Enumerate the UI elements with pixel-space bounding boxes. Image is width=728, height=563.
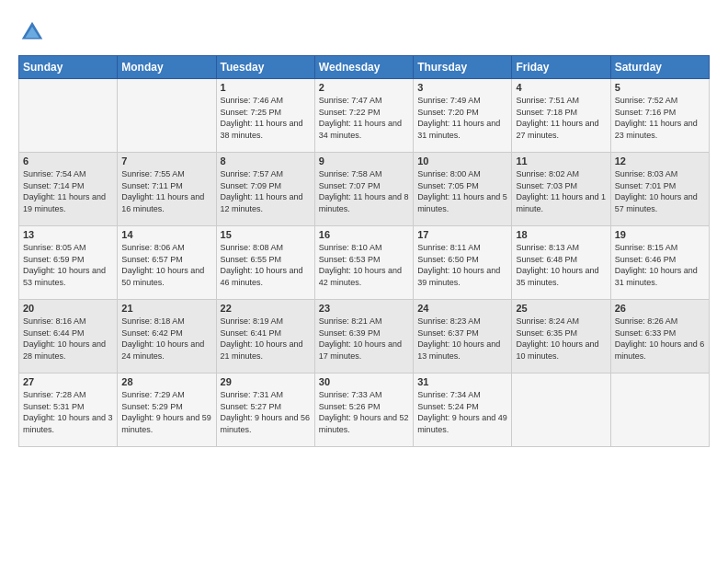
day-cell: 20Sunrise: 8:16 AM Sunset: 6:44 PM Dayli… xyxy=(19,300,118,373)
day-info: Sunrise: 7:31 AM Sunset: 5:27 PM Dayligh… xyxy=(221,389,311,435)
day-cell: 31Sunrise: 7:34 AM Sunset: 5:24 PM Dayli… xyxy=(414,373,512,447)
day-info: Sunrise: 7:55 AM Sunset: 7:11 PM Dayligh… xyxy=(121,168,211,214)
day-info: Sunrise: 8:10 AM Sunset: 6:53 PM Dayligh… xyxy=(319,242,409,288)
weekday-header-friday: Friday xyxy=(512,56,610,79)
day-cell: 15Sunrise: 8:08 AM Sunset: 6:55 PM Dayli… xyxy=(216,226,314,300)
day-info: Sunrise: 8:26 AM Sunset: 6:33 PM Dayligh… xyxy=(615,316,705,362)
day-number: 4 xyxy=(516,82,606,93)
day-info: Sunrise: 7:47 AM Sunset: 7:22 PM Dayligh… xyxy=(319,95,409,141)
day-info: Sunrise: 8:18 AM Sunset: 6:42 PM Dayligh… xyxy=(121,316,211,362)
day-cell: 3Sunrise: 7:49 AM Sunset: 7:20 PM Daylig… xyxy=(414,79,512,153)
day-number: 24 xyxy=(417,303,507,314)
day-cell: 10Sunrise: 8:00 AM Sunset: 7:05 PM Dayli… xyxy=(414,153,512,226)
day-info: Sunrise: 8:08 AM Sunset: 6:55 PM Dayligh… xyxy=(221,242,311,288)
day-info: Sunrise: 7:57 AM Sunset: 7:09 PM Dayligh… xyxy=(221,168,311,214)
day-info: Sunrise: 7:52 AM Sunset: 7:16 PM Dayligh… xyxy=(615,95,705,141)
day-number: 11 xyxy=(516,155,606,167)
day-number: 16 xyxy=(319,229,409,240)
page-header xyxy=(18,18,710,46)
day-info: Sunrise: 8:24 AM Sunset: 6:35 PM Dayligh… xyxy=(516,316,606,362)
day-number: 30 xyxy=(319,376,409,387)
day-cell: 23Sunrise: 8:21 AM Sunset: 6:39 PM Dayli… xyxy=(314,300,413,373)
week-row-5: 27Sunrise: 7:28 AM Sunset: 5:31 PM Dayli… xyxy=(19,373,710,447)
day-cell xyxy=(512,373,610,447)
day-cell: 8Sunrise: 7:57 AM Sunset: 7:09 PM Daylig… xyxy=(216,153,314,226)
day-number: 29 xyxy=(221,376,311,387)
week-row-4: 20Sunrise: 8:16 AM Sunset: 6:44 PM Dayli… xyxy=(19,300,710,373)
day-info: Sunrise: 8:13 AM Sunset: 6:48 PM Dayligh… xyxy=(516,242,606,288)
day-info: Sunrise: 8:15 AM Sunset: 6:46 PM Dayligh… xyxy=(615,242,705,288)
day-cell: 17Sunrise: 8:11 AM Sunset: 6:50 PM Dayli… xyxy=(414,226,512,300)
day-info: Sunrise: 8:21 AM Sunset: 6:39 PM Dayligh… xyxy=(319,316,409,362)
day-cell xyxy=(19,79,118,153)
calendar-table: SundayMondayTuesdayWednesdayThursdayFrid… xyxy=(18,55,710,447)
day-info: Sunrise: 7:46 AM Sunset: 7:25 PM Dayligh… xyxy=(221,95,311,141)
day-number: 8 xyxy=(221,155,311,167)
day-cell: 7Sunrise: 7:55 AM Sunset: 7:11 PM Daylig… xyxy=(118,153,216,226)
day-number: 12 xyxy=(615,155,705,167)
day-info: Sunrise: 7:49 AM Sunset: 7:20 PM Dayligh… xyxy=(417,95,507,141)
weekday-header-thursday: Thursday xyxy=(414,56,512,79)
day-info: Sunrise: 8:00 AM Sunset: 7:05 PM Dayligh… xyxy=(417,168,507,214)
day-number: 23 xyxy=(319,303,409,314)
day-cell xyxy=(118,79,216,153)
day-info: Sunrise: 7:51 AM Sunset: 7:18 PM Dayligh… xyxy=(516,95,606,141)
day-number: 14 xyxy=(121,229,211,240)
day-info: Sunrise: 7:33 AM Sunset: 5:26 PM Dayligh… xyxy=(319,389,409,435)
day-cell: 18Sunrise: 8:13 AM Sunset: 6:48 PM Dayli… xyxy=(512,226,610,300)
day-number: 21 xyxy=(121,303,211,314)
day-cell: 19Sunrise: 8:15 AM Sunset: 6:46 PM Dayli… xyxy=(610,226,709,300)
day-number: 9 xyxy=(319,155,409,167)
day-number: 31 xyxy=(417,376,507,387)
weekday-header-sunday: Sunday xyxy=(19,56,118,79)
day-info: Sunrise: 8:05 AM Sunset: 6:59 PM Dayligh… xyxy=(23,242,113,288)
day-cell: 11Sunrise: 8:02 AM Sunset: 7:03 PM Dayli… xyxy=(512,153,610,226)
day-number: 26 xyxy=(615,303,705,314)
day-info: Sunrise: 7:28 AM Sunset: 5:31 PM Dayligh… xyxy=(23,389,113,435)
day-info: Sunrise: 7:54 AM Sunset: 7:14 PM Dayligh… xyxy=(23,168,113,214)
day-cell: 27Sunrise: 7:28 AM Sunset: 5:31 PM Dayli… xyxy=(19,373,118,447)
day-number: 28 xyxy=(121,376,211,387)
day-cell: 25Sunrise: 8:24 AM Sunset: 6:35 PM Dayli… xyxy=(512,300,610,373)
day-cell: 26Sunrise: 8:26 AM Sunset: 6:33 PM Dayli… xyxy=(610,300,709,373)
day-number: 17 xyxy=(417,229,507,240)
day-number: 10 xyxy=(417,155,507,167)
day-number: 22 xyxy=(221,303,311,314)
day-cell: 29Sunrise: 7:31 AM Sunset: 5:27 PM Dayli… xyxy=(216,373,314,447)
logo xyxy=(18,18,50,46)
day-cell: 6Sunrise: 7:54 AM Sunset: 7:14 PM Daylig… xyxy=(19,153,118,226)
day-info: Sunrise: 8:16 AM Sunset: 6:44 PM Dayligh… xyxy=(23,316,113,362)
day-number: 13 xyxy=(23,229,113,240)
week-row-3: 13Sunrise: 8:05 AM Sunset: 6:59 PM Dayli… xyxy=(19,226,710,300)
weekday-header-saturday: Saturday xyxy=(610,56,709,79)
day-number: 25 xyxy=(516,303,606,314)
day-cell: 1Sunrise: 7:46 AM Sunset: 7:25 PM Daylig… xyxy=(216,79,314,153)
day-cell: 22Sunrise: 8:19 AM Sunset: 6:41 PM Dayli… xyxy=(216,300,314,373)
day-number: 27 xyxy=(23,376,113,387)
day-number: 7 xyxy=(121,155,211,167)
day-number: 18 xyxy=(516,229,606,240)
day-cell: 21Sunrise: 8:18 AM Sunset: 6:42 PM Dayli… xyxy=(118,300,216,373)
day-cell: 14Sunrise: 8:06 AM Sunset: 6:57 PM Dayli… xyxy=(118,226,216,300)
day-info: Sunrise: 8:19 AM Sunset: 6:41 PM Dayligh… xyxy=(221,316,311,362)
day-number: 20 xyxy=(23,303,113,314)
day-cell: 24Sunrise: 8:23 AM Sunset: 6:37 PM Dayli… xyxy=(414,300,512,373)
day-number: 19 xyxy=(615,229,705,240)
day-cell: 13Sunrise: 8:05 AM Sunset: 6:59 PM Dayli… xyxy=(19,226,118,300)
weekday-header-monday: Monday xyxy=(118,56,216,79)
week-row-1: 1Sunrise: 7:46 AM Sunset: 7:25 PM Daylig… xyxy=(19,79,710,153)
day-info: Sunrise: 7:58 AM Sunset: 7:07 PM Dayligh… xyxy=(319,168,409,214)
day-number: 1 xyxy=(221,82,311,93)
day-cell: 5Sunrise: 7:52 AM Sunset: 7:16 PM Daylig… xyxy=(610,79,709,153)
day-cell: 28Sunrise: 7:29 AM Sunset: 5:29 PM Dayli… xyxy=(118,373,216,447)
day-number: 6 xyxy=(23,155,113,167)
day-cell xyxy=(610,373,709,447)
day-cell: 16Sunrise: 8:10 AM Sunset: 6:53 PM Dayli… xyxy=(314,226,413,300)
logo-icon xyxy=(18,18,46,46)
day-cell: 9Sunrise: 7:58 AM Sunset: 7:07 PM Daylig… xyxy=(314,153,413,226)
day-info: Sunrise: 8:03 AM Sunset: 7:01 PM Dayligh… xyxy=(615,168,705,214)
day-number: 3 xyxy=(417,82,507,93)
weekday-header-tuesday: Tuesday xyxy=(216,56,314,79)
day-info: Sunrise: 8:06 AM Sunset: 6:57 PM Dayligh… xyxy=(121,242,211,288)
weekday-header-row: SundayMondayTuesdayWednesdayThursdayFrid… xyxy=(19,56,710,79)
